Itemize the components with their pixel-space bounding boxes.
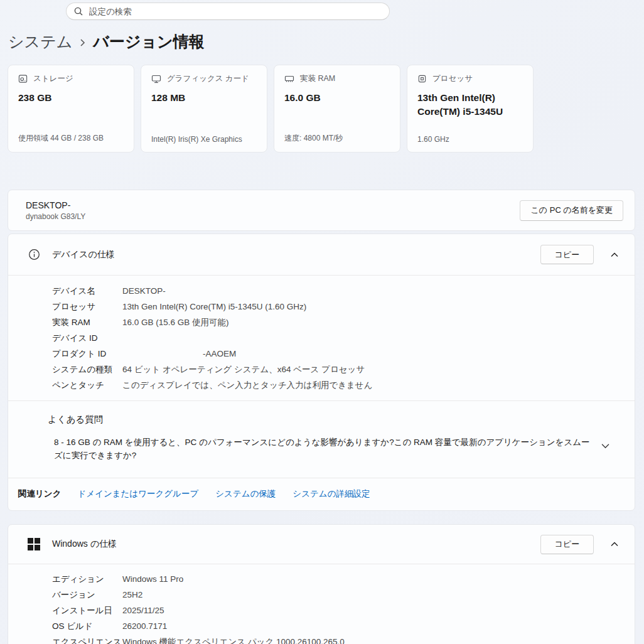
spec-row-version: バージョン 25H2 — [52, 587, 635, 603]
device-spec-rows: デバイス名 DESKTOP- プロセッサ 13th Gen Intel(R) C… — [8, 276, 635, 400]
link-domain-or-workgroup[interactable]: ドメインまたはワークグループ — [77, 488, 198, 500]
processor-card: プロセッサ 13th Gen Intel(R) Core(TM) i5-1345… — [407, 65, 534, 153]
device-specs-panel: デバイスの仕様 コピー デバイス名 DESKTOP- プロセッサ 13th Ge… — [8, 233, 635, 511]
link-system-protection[interactable]: システムの保護 — [215, 488, 276, 500]
spec-row-device-name: デバイス名 DESKTOP- — [52, 283, 635, 299]
chevron-up-icon — [611, 252, 618, 257]
device-specs-title: デバイスの仕様 — [52, 249, 540, 260]
collapse-device-specs-button[interactable] — [604, 245, 625, 264]
spec-row-experience: エクスペリエンス Windows 機能エクスペリエンス パック 1000.261… — [52, 634, 635, 644]
breadcrumb: システム バージョン情報 — [8, 31, 205, 52]
windows-spec-rows: エディション Windows 11 Pro バージョン 25H2 インストール日… — [8, 564, 635, 644]
related-links-label: 関連リンク — [18, 488, 61, 500]
collapse-windows-specs-button[interactable] — [604, 535, 625, 554]
device-specs-header[interactable]: デバイスの仕様 コピー — [8, 234, 635, 275]
card-caption: 使用領域 44 GB / 238 GB — [18, 133, 126, 144]
page-title: バージョン情報 — [93, 31, 204, 52]
card-value: 16.0 GB — [284, 91, 390, 105]
breadcrumb-system[interactable]: システム — [8, 31, 72, 52]
search-input[interactable] — [89, 7, 382, 16]
card-value: 128 MB — [151, 91, 257, 105]
windows-specs-panel: Windows の仕様 コピー エディション Windows 11 Pro バー… — [8, 524, 635, 644]
graphics-card-icon — [151, 74, 161, 83]
device-model: dynabook G83/LY — [26, 212, 520, 221]
spec-row-product-id: プロダクト ID -AAOEM — [52, 346, 635, 362]
search-icon — [74, 7, 83, 16]
card-label: プロセッサ — [432, 73, 473, 84]
card-caption: 速度: 4800 MT/秒 — [284, 133, 392, 144]
spec-row-device-id: デバイス ID — [52, 330, 635, 346]
settings-search-box[interactable] — [66, 3, 390, 20]
ram-card: 実装 RAM 16.0 GB 速度: 4800 MT/秒 — [274, 65, 400, 153]
chevron-right-icon — [80, 38, 85, 48]
card-caption: Intel(R) Iris(R) Xe Graphics — [151, 135, 259, 144]
spec-row-system-type: システムの種類 64 ビット オペレーティング システム、x64 ベース プロセ… — [52, 362, 635, 377]
card-label: グラフィックス カード — [167, 73, 249, 84]
graphics-card: グラフィックス カード 128 MB Intel(R) Iris(R) Xe G… — [141, 65, 267, 153]
card-value: 238 GB — [18, 91, 124, 105]
device-name-panel: DESKTOP- dynabook G83/LY この PC の名前を変更 — [8, 190, 635, 231]
card-value: 13th Gen Intel(R) Core(TM) i5-1345U — [417, 91, 523, 118]
rename-pc-button[interactable]: この PC の名前を変更 — [520, 200, 623, 221]
card-caption: 1.60 GHz — [417, 135, 525, 144]
storage-card: ストレージ 238 GB 使用領域 44 GB / 238 GB — [8, 65, 134, 153]
related-links-row: 関連リンク ドメインまたはワークグループ システムの保護 システムの詳細設定 — [8, 478, 635, 510]
device-name: DESKTOP- — [26, 200, 520, 210]
faq-question[interactable]: 8 - 16 GB の RAM を使用すると、PC のパフォーマンスにどのような… — [54, 436, 591, 463]
spec-row-pen-touch: ペンとタッチ このディスプレイでは、ペン入力とタッチ入力は利用できません — [52, 377, 635, 393]
spec-row-os-build: OS ビルド 26200.7171 — [52, 618, 635, 634]
info-icon — [27, 249, 41, 260]
spec-row-install-date: インストール日 2025/11/25 — [52, 603, 635, 618]
spec-row-edition: エディション Windows 11 Pro — [52, 571, 635, 587]
windows-specs-title: Windows の仕様 — [52, 539, 540, 550]
chevron-up-icon — [611, 542, 618, 547]
chevron-down-icon[interactable] — [601, 440, 609, 451]
faq-section: よくある質問 8 - 16 GB の RAM を使用すると、PC のパフォーマン… — [8, 401, 635, 478]
cpu-icon — [417, 74, 427, 83]
spec-row-processor: プロセッサ 13th Gen Intel(R) Core(TM) i5-1345… — [52, 299, 635, 314]
copy-device-specs-button[interactable]: コピー — [540, 245, 594, 264]
spec-row-ram: 実装 RAM 16.0 GB (15.6 GB 使用可能) — [52, 314, 635, 330]
card-label: ストレージ — [33, 73, 73, 84]
windows-specs-header[interactable]: Windows の仕様 コピー — [8, 525, 635, 564]
link-advanced-system-settings[interactable]: システムの詳細設定 — [292, 488, 370, 500]
card-label: 実装 RAM — [300, 73, 335, 84]
storage-icon — [18, 74, 28, 83]
windows-logo-icon — [27, 538, 41, 550]
copy-windows-specs-button[interactable]: コピー — [540, 535, 594, 554]
faq-title: よくある質問 — [48, 414, 609, 426]
summary-cards: ストレージ 238 GB 使用領域 44 GB / 238 GB グラフィックス… — [8, 65, 534, 153]
ram-icon — [284, 74, 294, 83]
